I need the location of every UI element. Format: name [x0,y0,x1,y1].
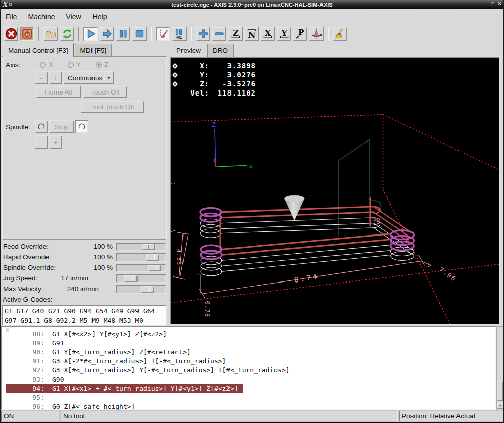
radio-circle-selected [96,62,102,68]
jog-increment-combobox[interactable]: Continuous ▼ [63,71,114,84]
zoom-in-button[interactable] [196,27,210,41]
close-button[interactable]: ✕ [497,1,501,6]
main-area: Manual Control [F3] MDI [F5] Axis: X Y Z… [1,43,504,326]
svg-text:M1: M1 [176,35,182,40]
homed-icon [172,63,183,69]
reload-file-button[interactable] [60,27,74,41]
manual-control-frame: Axis: X Y Z - + Continuous ▼ [2,56,167,240]
max-velocity-slider[interactable] [116,285,166,294]
tool-touch-off-button[interactable]: Tool Touch Off [81,101,144,113]
axis-radio-x[interactable]: X [40,61,53,68]
menu-machine[interactable]: Machine [28,13,55,21]
max-velocity-value: 240 in/min [41,285,99,293]
tab-preview[interactable]: Preview [171,43,206,57]
dro-row-x: X: 3.3898 [172,61,256,70]
tab-manual-control[interactable]: Manual Control [F3] [3,43,74,57]
spindle-minus-button[interactable]: - [35,135,48,149]
svg-text:Z: Z [233,28,239,38]
axis-radio-z[interactable]: Z [96,61,108,68]
gcode-listing[interactable]: 88:G1 X[#<x2>] Y[#<y1>] Z[#<z2>] 89:G91 … [1,326,496,410]
optional-stop-toggle[interactable]: M1 [172,27,187,41]
clear-plot-button[interactable] [333,27,347,41]
jog-minus-button[interactable]: - [35,71,48,84]
pause-button[interactable] [116,27,130,41]
gcode-line[interactable]: 89:G91 [2,339,495,348]
tab-mdi[interactable]: MDI [F5] [75,44,112,57]
run-program-button[interactable] [83,27,98,41]
origin-axes: x Z [212,121,252,169]
jog-speed-slider[interactable] [116,274,166,283]
dro-y-label: Y: [183,71,209,79]
view-rotated-top-button[interactable]: N [244,27,259,41]
scrollbar-thumb[interactable] [497,381,503,401]
max-velocity-label: Max Velocity: [3,285,43,293]
broom-icon [334,28,346,40]
spindle-plus-button[interactable]: + [49,135,62,149]
dro-z-label: Z: [183,80,209,88]
view-perspective-button[interactable]: P [293,27,307,41]
slider-handle[interactable] [141,286,154,293]
skip-lines-toggle[interactable] [156,27,170,41]
run-step-button[interactable] [100,27,114,41]
spindle-cw-button[interactable] [75,120,88,133]
gcode-line[interactable]: 91:G3 X[-2*#<_turn_radius>] I[-#<_turn_r… [2,357,495,366]
slider-handle[interactable] [124,275,138,282]
view-side-button[interactable]: X [260,27,275,41]
machine-power-button[interactable] [20,27,34,41]
slider-handle[interactable] [148,265,161,271]
scrollbar-down-arrow[interactable]: ▼ [497,402,503,409]
axis-label: Axis: [6,61,20,69]
stop-button[interactable] [132,27,147,41]
view-top-button[interactable]: Z [228,27,243,41]
dro-vel-value: 118.1102 [209,89,256,97]
spindle-override-slider[interactable] [116,264,166,272]
menu-file[interactable]: File [6,13,17,21]
gcode-scrollbar[interactable]: ▼ [496,326,504,410]
menu-help[interactable]: Help [93,13,107,21]
gcode-line[interactable]: 88:G1 X[#<x2>] Y[#<y1>] Z[#<z2>] [2,330,495,339]
dro-vel-label: Vel: [183,89,209,97]
estop-button[interactable] [4,27,18,41]
homed-icon [172,81,183,87]
slider-handle[interactable] [146,254,159,261]
zoom-out-button[interactable] [212,27,226,41]
gcode-line[interactable]: 92:G3 X[#<_turn_radius>] Y[-#<_turn_radi… [2,366,495,375]
axis-x-label: x [249,163,252,169]
active-gcodes-label: Active G-Codes: [3,296,52,303]
open-file-button[interactable] [43,27,58,41]
home-all-button[interactable]: Home All [36,86,81,98]
feed-override-slider[interactable] [116,243,166,251]
view-front-button[interactable]: Y [277,27,291,41]
gcode-line[interactable]: 95: [2,393,495,402]
gcode-line-active[interactable]: 94:G1 X[#<x1> + #<_turn_radius>] Y[#<y1>… [2,384,495,393]
maximize-button[interactable]: □ [491,1,494,6]
dimension-z-extent: 4.65 [175,249,182,266]
optional-stop-icon: M1 [173,28,186,40]
title-bar[interactable]: X test-circle.ngc - AXIS 2.9.0~pre0 on L… [1,0,503,9]
active-gcodes-box: G1 G17 G40 G21 G90 G94 G54 G49 G99 G64 G… [2,305,167,326]
homed-icon [172,72,183,78]
gcode-line[interactable]: 90:G1 Y[#<_turn_radius>] Z[#<retract>] [2,348,495,357]
touch-off-button[interactable]: Touch Off [83,86,127,98]
tab-dro[interactable]: DRO [207,44,234,57]
slider-handle[interactable] [142,244,155,250]
spindle-ccw-icon [37,122,46,131]
rotate-view-button[interactable] [309,27,324,41]
zoom-out-icon [213,28,225,40]
menu-view[interactable]: View [66,13,81,21]
svg-text:X: X [264,28,271,38]
axis-radio-y-label: Y [76,61,81,68]
svg-text:N: N [248,30,255,40]
tool-cone [284,195,304,221]
gcode-line[interactable]: 93:G90 [2,375,495,384]
minimize-button[interactable]: – [485,1,488,6]
spindle-ccw-button[interactable] [35,120,48,133]
spindle-cw-icon [77,122,86,131]
jog-plus-button[interactable]: + [49,71,62,84]
rapid-override-slider[interactable] [116,253,166,262]
preview-viewport[interactable]: 8.74 7.96 4.65 -0.78 [170,57,500,325]
dro-y-value: 3.0276 [209,71,256,79]
active-gcodes-line2: G97 G91.1 G8 G92.2 M5 M9 M48 M53 M0 [5,317,143,324]
spindle-stop-button[interactable]: Stop [49,120,74,133]
axis-radio-y[interactable]: Y [68,61,81,68]
